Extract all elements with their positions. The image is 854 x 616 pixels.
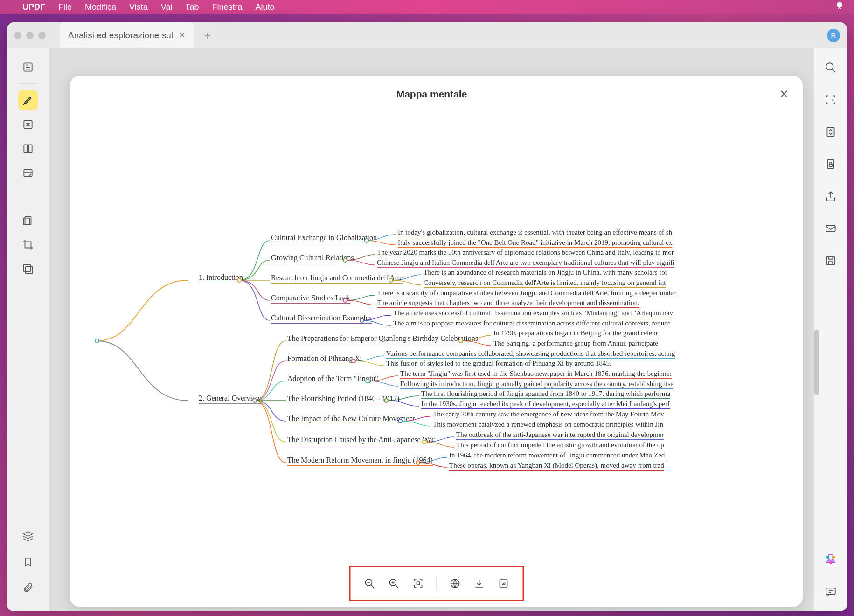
mind-map-canvas[interactable]: 1. Introduction Cultural Exchange in Glo… [83,112,790,595]
web-button[interactable] [445,574,465,593]
layers-icon[interactable] [22,531,34,544]
menu-edit[interactable]: Modifica [85,2,116,12]
leaf[interactable]: The article uses successful cultural dis… [393,309,673,318]
user-avatar[interactable]: R [827,29,840,42]
leaf[interactable]: Various performance companies collaborat… [386,350,675,359]
leaf[interactable]: In 1790, preparations began in Beijing f… [493,329,658,338]
close-window-button[interactable] [14,32,21,39]
sub-research[interactable]: Research on Jingju and Commedia dell'Art… [271,274,403,284]
node-circle[interactable] [422,440,427,444]
root-node[interactable] [95,339,99,343]
sub-comparative[interactable]: Comparative Studies Lack [271,294,350,304]
leaf[interactable]: The aim is to propose measures for cultu… [393,319,671,328]
menu-tab[interactable]: Tab [185,2,199,12]
leaf[interactable]: There is a scarcity of comparative studi… [377,289,676,298]
leaf[interactable]: Italy successfully joined the "One Belt … [398,239,672,248]
search-icon[interactable] [823,60,839,76]
node-circle[interactable] [389,278,393,283]
bird-icon[interactable] [834,1,845,14]
leaf[interactable]: This fusion of styles led to the gradual… [386,360,611,368]
leaf[interactable]: The first flourishing period of Jingju s… [421,390,670,399]
organize-tool[interactable] [18,211,38,230]
node-circle[interactable] [360,318,364,323]
maximize-window-button[interactable] [38,32,46,39]
minimize-window-button[interactable] [26,32,34,39]
node-circle[interactable] [364,238,369,243]
ocr-icon[interactable]: OCR [823,92,839,108]
form-tool[interactable] [18,163,38,183]
sub-dissemination[interactable]: Cultural Dissemination Examples [271,314,372,324]
leaf[interactable]: The year 2020 marks the 50th anniversary… [377,249,674,257]
share-icon[interactable] [823,188,839,204]
sub-adoption[interactable]: Adoption of the Term "Jingju" [287,374,378,384]
save-icon[interactable] [823,253,839,269]
leaf[interactable]: There is an abundance of research materi… [424,269,667,277]
menu-file[interactable]: File [58,2,72,12]
zoom-in-button[interactable] [384,574,403,593]
crop-tool[interactable] [18,235,38,255]
edit-tool[interactable] [18,115,38,134]
app-name[interactable]: UPDF [22,2,45,12]
add-tab-button[interactable]: ＋ [202,28,213,43]
branch-overview[interactable]: 2. General Overview [199,394,261,404]
page-tool[interactable] [18,139,38,159]
leaf[interactable]: Conversely, research on Commedia dell'Ar… [424,279,666,288]
leaf[interactable]: This movement catalyzed a renewed emphas… [433,421,663,429]
node-circle[interactable] [398,419,403,423]
leaf[interactable]: Chinese Jingju and Italian Commedia dell… [377,259,674,268]
leaf[interactable]: In 1964, the modern reform movement of J… [449,451,665,460]
menu-go[interactable]: Vai [161,2,173,12]
menu-window[interactable]: Finestra [212,2,242,12]
sub-cultural-exchange[interactable]: Cultural Exchange in Globalization [271,234,377,243]
sub-impact[interactable]: The Impact of the New Culture Movement [287,415,415,424]
leaf[interactable]: The term "Jingju" was first used in the … [400,370,672,379]
fit-screen-button[interactable] [408,574,428,593]
close-icon[interactable]: ✕ [779,88,789,101]
return-button[interactable] [493,574,513,593]
protect-icon[interactable] [823,156,839,172]
leaf[interactable]: Following its introduction, Jingju gradu… [400,380,673,389]
node-circle[interactable] [343,298,347,303]
comment-icon[interactable] [823,584,839,600]
node-circle[interactable] [343,258,347,263]
node-circle[interactable] [384,398,389,403]
highlight-tool[interactable] [18,90,38,110]
convert-icon[interactable] [823,124,839,140]
leaf[interactable]: The Sanqing, a performance group from An… [493,339,658,348]
sub-reform[interactable]: The Modern Reform Movement in Jingju (19… [287,456,433,466]
sub-flourishing[interactable]: The Flourishing Period (1840 - 1917) [287,395,399,404]
document-tab[interactable]: Analisi ed esplorazione sul ✕ [60,22,194,48]
sub-growing-relations[interactable]: Growing Cultural Relations [271,254,354,263]
node-circle[interactable] [351,359,356,363]
node-circle[interactable] [237,278,242,283]
branch-introduction[interactable]: 1. Introduction [199,273,243,283]
left-sidebar [7,48,49,611]
modal-body[interactable]: 1. Introduction Cultural Exchange in Glo… [83,112,790,595]
leaf[interactable]: These operas, known as Yangban Xi (Model… [449,462,664,471]
sub-formation[interactable]: Formation of Pihuang Xi [287,354,362,364]
ai-assistant-icon[interactable] [823,553,838,568]
sub-disruption[interactable]: The Disruption Caused by the Anti-Japane… [287,436,435,445]
node-circle[interactable] [252,398,257,403]
leaf[interactable]: The outbreak of the anti-Japanese war in… [456,431,664,440]
batch-tool[interactable] [18,259,38,279]
node-circle[interactable] [458,339,463,343]
download-button[interactable] [469,574,489,593]
bookmark-icon[interactable] [23,557,33,569]
zoom-out-button[interactable] [360,574,379,593]
menu-help[interactable]: Aiuto [256,2,275,12]
leaf[interactable]: In the 1930s, Jingju reached its peak of… [421,400,670,409]
leaf[interactable]: This period of conflict impeded the arti… [456,441,664,450]
menu-view[interactable]: Vista [129,2,148,12]
reader-tool[interactable] [18,57,38,77]
node-circle[interactable] [416,460,420,465]
tab-close-icon[interactable]: ✕ [179,30,185,40]
leaf[interactable]: In today's globalization, cultural excha… [398,228,672,237]
sub-preparations[interactable]: The Preparations for Emperor Qianlong's … [287,334,478,344]
scrollbar[interactable] [814,330,819,395]
node-circle[interactable] [365,379,370,383]
leaf[interactable]: The article suggests that chapters two a… [377,299,639,308]
email-icon[interactable] [823,221,839,236]
leaf[interactable]: The early 20th century saw the emergence… [433,410,664,419]
attachment-icon[interactable] [22,582,34,595]
